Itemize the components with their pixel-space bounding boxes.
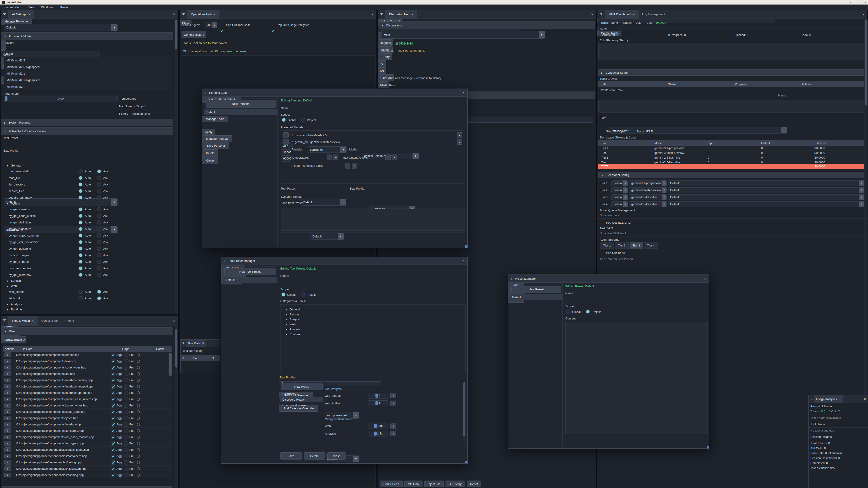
col-actions[interactable]: Actions	[3, 347, 20, 351]
tier-model-select[interactable]: gemini-3-flash-preview	[629, 187, 666, 193]
category-header[interactable]: Analysis	[4, 302, 173, 307]
tab-close-icon[interactable]: ✕	[213, 13, 216, 16]
agg-checkbox[interactable]	[111, 372, 115, 376]
ask-radio[interactable]	[97, 214, 101, 218]
remove-file-button[interactable]: x	[4, 466, 11, 471]
tier-provider-select[interactable]: gemini	[612, 180, 628, 186]
col-number[interactable]: #	[181, 357, 193, 360]
bottom-action-button[interactable]: Reset	[467, 481, 481, 487]
auto-radio[interactable]	[79, 253, 83, 257]
auto-radio[interactable]	[79, 260, 83, 264]
panel-close-icon[interactable]: ✕	[862, 395, 868, 403]
full-checkbox[interactable]	[124, 422, 128, 427]
full-checkbox[interactable]	[124, 442, 128, 446]
tier-preset-select[interactable]: Default	[668, 194, 865, 200]
dock-menu-icon[interactable]	[1, 10, 8, 19]
agg-checkbox[interactable]	[111, 397, 115, 401]
category-tree-item[interactable]: General	[286, 307, 465, 312]
ask-radio[interactable]	[97, 189, 101, 193]
comms-history-tab[interactable]: Comms History	[182, 31, 206, 38]
tab-ai-settings[interactable]: AI Settings✕	[8, 10, 34, 19]
usage-col[interactable]: Input	[705, 141, 758, 145]
slider-handle[interactable]	[374, 424, 377, 428]
model-list-item[interactable]: MiniMax-M2.1-highspeed	[4, 77, 173, 84]
ask-radio[interactable]	[97, 227, 101, 231]
new-profile-button[interactable]: New Profile	[281, 383, 322, 390]
history-limit-input[interactable]: 900000	[281, 156, 291, 162]
dialog-close-icon[interactable]: ✕	[704, 277, 706, 281]
plus-all-button[interactable]: +All	[378, 67, 386, 74]
files-panel-scrollbar-thumb[interactable]	[175, 329, 178, 367]
agg-checkbox[interactable]	[111, 403, 115, 408]
remove-multiplier-button[interactable]: x	[391, 431, 396, 436]
tier-model-select[interactable]: gemini-3.1-pro-preview	[629, 180, 666, 186]
full-checkbox[interactable]	[124, 410, 128, 414]
category-header[interactable]: Runtime	[4, 307, 173, 312]
discussion-select[interactable]: main	[381, 31, 545, 39]
resize-grip[interactable]	[465, 461, 467, 463]
panel-close-icon[interactable]: ✕	[170, 316, 178, 326]
browser-col[interactable]: Progress	[732, 83, 799, 86]
max-tokens-plus-button[interactable]: +	[1, 45, 6, 51]
ask-radio[interactable]	[97, 220, 101, 225]
auto-radio[interactable]	[79, 290, 83, 294]
scope-global-radio[interactable]	[281, 292, 285, 297]
resize-grip[interactable]	[707, 446, 709, 449]
discussions-header[interactable]: Discussions	[379, 22, 595, 29]
hist-plus-button[interactable]: +	[352, 163, 357, 168]
panel-close-icon[interactable]: ✕	[588, 10, 596, 19]
model-remove-1-button[interactable]: x	[457, 132, 462, 138]
agg-checkbox[interactable]	[111, 365, 115, 369]
ask-radio[interactable]	[97, 273, 101, 277]
agg-checkbox[interactable]	[111, 353, 115, 357]
bottom-action-button[interactable]: MD Only	[404, 481, 423, 487]
multiplier-slider[interactable]: 1.5x	[368, 423, 388, 429]
tier-model-select[interactable]: gemini-2.5-flash-lite	[629, 194, 666, 200]
model-list-item[interactable]: MiniMax-M2	[4, 84, 173, 90]
preferred-model-1[interactable]: 1. minimax - MiniMax-M2.5	[291, 133, 327, 137]
maxout-plus-button[interactable]: +	[392, 155, 397, 160]
tab-close-icon[interactable]: ✕	[28, 13, 31, 16]
new-tool-preset-button[interactable]: New Tool Preset	[224, 268, 276, 275]
persona-dialog-titlebar[interactable]: Persona Editor ✕	[202, 89, 467, 97]
auto-radio[interactable]	[79, 233, 83, 238]
model-list-item[interactable]: MiniMax-M2.5-highspeed	[4, 64, 173, 70]
minimize-icon[interactable]: –	[850, 1, 851, 4]
ask-radio[interactable]	[97, 233, 101, 238]
ask-radio[interactable]	[97, 207, 101, 212]
tool-preset-list-item[interactable]: Default	[223, 277, 277, 283]
tab-mma-dashboard[interactable]: MMA Dashboard✕	[605, 10, 639, 19]
history-limit-input[interactable]: 900000	[1, 51, 100, 57]
menu-item[interactable]: Project	[57, 4, 73, 10]
category-header[interactable]: General	[4, 163, 173, 168]
tier-provider-select[interactable]: gemini	[612, 194, 628, 200]
screenshots-header[interactable]: Screenshots	[2, 486, 173, 488]
maxout-minus-button[interactable]: -	[385, 155, 391, 160]
weight-slider[interactable]: 4	[368, 400, 388, 406]
category-tree-item[interactable]: Surgical	[286, 317, 465, 322]
full-checkbox[interactable]	[124, 397, 128, 401]
category-header[interactable]: Web	[4, 283, 173, 289]
remove-weight-button[interactable]: x	[391, 393, 396, 398]
auto-radio[interactable]	[79, 189, 83, 193]
full-checkbox[interactable]	[124, 391, 128, 395]
provider-model-header[interactable]: Provider & Model	[1, 32, 173, 40]
new-preset-button[interactable]: New Preset	[511, 286, 561, 293]
tool-preset-dialog-titlebar[interactable]: Tool Preset Manager ✕	[221, 257, 467, 265]
full-checkbox[interactable]	[124, 473, 128, 477]
dialog-close-icon[interactable]: ✕	[462, 259, 465, 263]
auto-radio[interactable]	[79, 195, 83, 200]
model-remove-2-button[interactable]: x	[457, 139, 462, 144]
full-checkbox[interactable]	[124, 416, 128, 420]
col-cache[interactable]: Cache	[155, 347, 172, 351]
tab-discussion-hub[interactable]: Discussion Hub✕	[385, 10, 417, 19]
agg-checkbox[interactable]	[111, 435, 115, 439]
tier-preset-select[interactable]: Default	[668, 201, 865, 207]
auto-radio[interactable]	[79, 247, 83, 251]
auto-radio[interactable]	[79, 273, 83, 277]
remove-file-button[interactable]: x	[4, 473, 11, 477]
ai-scrollbar-thumb[interactable]	[175, 20, 178, 49]
tab-log-management[interactable]: Log Management	[639, 10, 669, 19]
resize-grip[interactable]	[465, 246, 467, 248]
epic-planning-textarea[interactable]	[598, 43, 866, 60]
